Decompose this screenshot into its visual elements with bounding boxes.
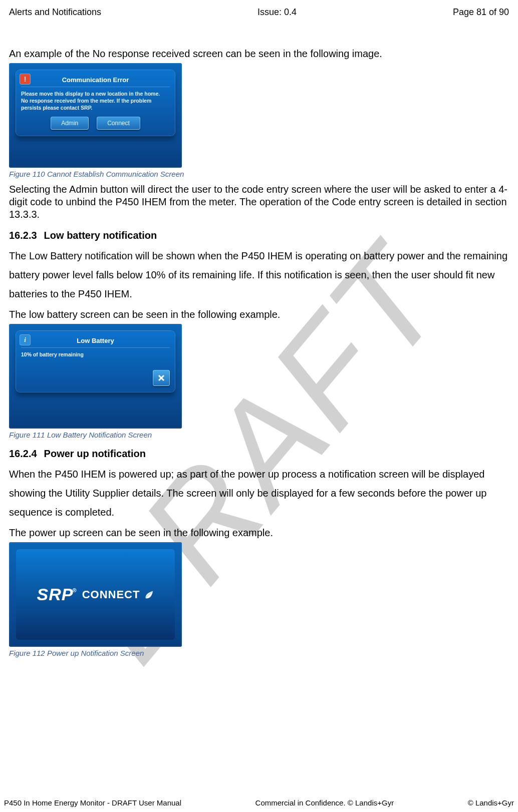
sec-1623-p2: The low battery screen can be seen in th… — [9, 308, 509, 321]
registered-mark: ® — [73, 587, 77, 593]
dialog-line-2: No response received from the meter. If … — [21, 97, 170, 111]
dialog-title-bar: ! Communication Error — [21, 75, 170, 87]
heading-16-2-4: 16.2.4Power up notification — [9, 448, 509, 460]
sec-1624-p2: The power up screen can be seen in the f… — [9, 527, 509, 539]
figure-110-caption: Figure 110 Cannot Establish Communicatio… — [9, 170, 509, 178]
splash-screen: SRP® CONNECT — [16, 549, 175, 640]
footer-left: P450 In Home Energy Monitor - DRAFT User… — [4, 798, 181, 807]
figure-112-caption: Figure 112 Power up Notification Screen — [9, 649, 509, 657]
utility-logo: SRP® CONNECT — [37, 585, 154, 604]
warning-icon: ! — [20, 74, 30, 84]
heading-title: Low battery notification — [44, 230, 157, 241]
figure-110-device: ! Communication Error Please move this d… — [9, 63, 182, 168]
page-footer: P450 In Home Energy Monitor - DRAFT User… — [0, 798, 518, 807]
dialog-body-text: 10% of battery remaining — [21, 351, 170, 358]
close-button[interactable] — [153, 370, 170, 386]
admin-button[interactable]: Admin — [51, 117, 89, 130]
heading-title: Power up notification — [44, 448, 146, 459]
footer-center: Commercial in Confidence. © Landis+Gyr — [255, 798, 394, 807]
paragraph-after-fig110: Selecting the Admin button will direct t… — [9, 183, 509, 221]
header-issue: Issue: 0.4 — [257, 7, 297, 18]
sec-1624-p1: When the P450 IHEM is powered up; as par… — [9, 465, 509, 522]
heading-number: 16.2.4 — [9, 448, 37, 459]
header-page: Page 81 of 90 — [453, 7, 509, 18]
figure-112-device: SRP® CONNECT — [9, 542, 182, 647]
header-section: Alerts and Notifications — [9, 7, 101, 18]
sec-1623-p1: The Low Battery notification will be sho… — [9, 246, 509, 303]
figure-111-device: i Low Battery 10% of battery remaining — [9, 324, 182, 429]
heading-number: 16.2.3 — [9, 230, 37, 241]
logo-brand-text: SRP® — [37, 585, 78, 604]
heading-16-2-3: 16.2.3Low battery notification — [9, 230, 509, 241]
intro-paragraph: An example of the No response received s… — [9, 48, 509, 60]
dialog-title-bar: i Low Battery — [21, 336, 170, 348]
dialog-title: Low Battery — [77, 337, 114, 344]
close-icon — [157, 374, 165, 382]
page-header: Alerts and Notifications Issue: 0.4 Page… — [9, 7, 509, 18]
footer-right: © Landis+Gyr — [468, 798, 514, 807]
connect-button[interactable]: Connect — [97, 117, 140, 130]
info-icon: i — [20, 335, 30, 345]
page-content: Alerts and Notifications Issue: 0.4 Page… — [0, 0, 518, 657]
logo-connect-text: CONNECT — [82, 588, 140, 601]
dialog-title: Communication Error — [62, 76, 129, 84]
leaf-icon — [144, 590, 154, 600]
dialog-line-1: Please move this display to a new locati… — [21, 90, 170, 97]
figure-111-caption: Figure 111 Low Battery Notification Scre… — [9, 431, 509, 439]
